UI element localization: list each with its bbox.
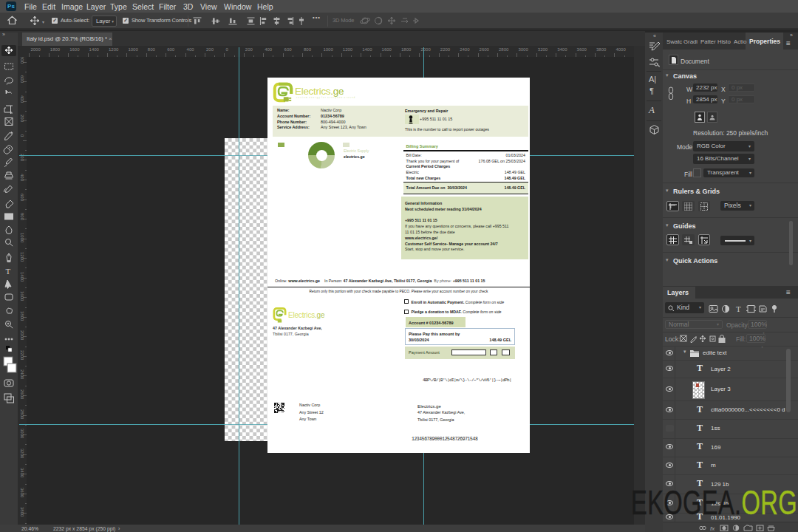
svg-text:fx: fx <box>710 525 715 531</box>
svg-text:T: T <box>6 267 11 276</box>
svg-text:T: T <box>736 304 741 313</box>
